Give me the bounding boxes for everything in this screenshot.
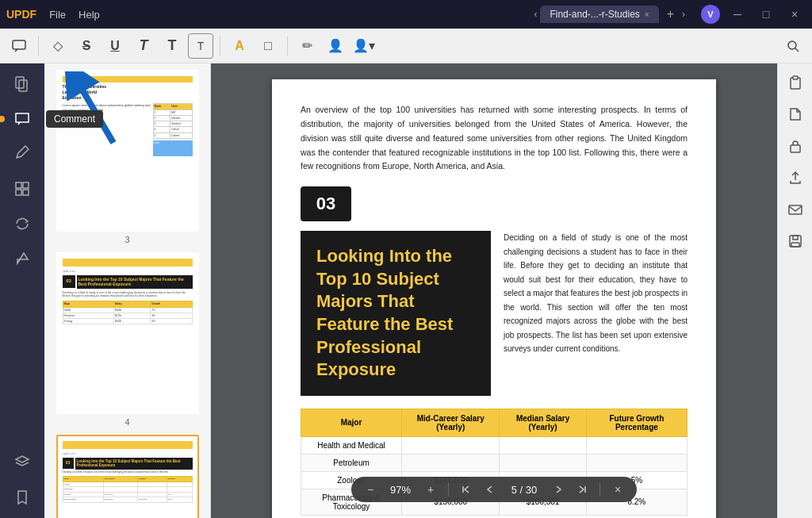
right-sidebar	[777, 63, 812, 518]
right-clipboard-icon[interactable]	[783, 70, 808, 95]
left-sidebar: Comment	[0, 63, 44, 518]
right-share-icon[interactable]	[783, 165, 808, 190]
main-layout: Comment	[0, 63, 812, 518]
page-info: 5 / 30	[504, 484, 544, 496]
table-cell-mid-1	[402, 454, 500, 471]
table-header-major: Major	[301, 409, 402, 436]
search-btn[interactable]	[780, 33, 806, 59]
tabs: ‹ Find-and-...-r-Studies × + ›	[534, 6, 685, 23]
zoom-out-btn[interactable]: −	[361, 480, 380, 499]
sidebar-layers-icon[interactable]	[8, 448, 36, 477]
help-menu[interactable]: Help	[79, 9, 100, 21]
thumb-img-3: The Global UniversitiesLeading the World…	[56, 70, 199, 232]
section-title-box: Looking Into the Top 10 Subject Majors T…	[301, 231, 491, 396]
svg-rect-16	[793, 236, 798, 240]
thumb-num-4: 4	[124, 417, 129, 427]
svg-rect-13	[791, 145, 800, 152]
text-italic-btn[interactable]: T	[131, 33, 156, 59]
new-tab-btn[interactable]: +	[662, 7, 679, 21]
table-cell-med-0	[500, 436, 586, 454]
title-bar: UPDF File Help ‹ Find-and-...-r-Studies …	[0, 0, 812, 29]
page-sep: /	[520, 484, 526, 496]
section-body: Deciding on a field of study is one of t…	[504, 231, 688, 396]
nav-prev-btn[interactable]	[481, 480, 500, 499]
svg-rect-0	[13, 40, 25, 49]
sidebar-fill-icon[interactable]	[8, 244, 36, 273]
svg-rect-5	[16, 182, 21, 188]
svg-rect-4	[19, 80, 27, 91]
table-cell-grw-0	[586, 436, 687, 454]
app-logo: UPDF	[6, 8, 36, 21]
sidebar-organize-icon[interactable]	[8, 175, 36, 203]
table-header-median: Median Salary (Yearly)	[500, 409, 586, 436]
thumbnail-5[interactable]: updf.com 03 Looking Into the Top 10 Subj…	[51, 435, 204, 518]
avatar: V	[701, 5, 720, 24]
intro-paragraph: An overview of the top 100 universities …	[301, 103, 688, 174]
bottom-sep-1	[448, 482, 449, 497]
active-tab[interactable]: Find-and-...-r-Studies ×	[540, 6, 658, 23]
text-plain-btn[interactable]: T	[159, 33, 185, 59]
current-page: 5	[511, 484, 517, 496]
thumb-3-content: The Global UniversitiesLeading the World…	[58, 71, 197, 230]
bottom-sep-2	[599, 482, 600, 497]
table-cell-mid-0	[402, 436, 500, 454]
tab-label: Find-and-...-r-Studies	[550, 9, 639, 20]
text-box-btn[interactable]: T	[188, 33, 213, 59]
svg-rect-17	[791, 243, 799, 247]
sidebar-convert-icon[interactable]	[8, 209, 36, 238]
highlight-btn[interactable]: A	[227, 33, 252, 59]
sidebar-pages-icon[interactable]	[8, 70, 36, 98]
minimize-btn[interactable]: ─	[726, 6, 749, 22]
maximize-btn[interactable]: □	[755, 6, 777, 22]
shapes-btn[interactable]: □	[255, 33, 281, 59]
svg-rect-14	[789, 205, 802, 214]
person-btn[interactable]: 👤	[323, 33, 348, 59]
strikethrough-btn[interactable]: S	[74, 33, 99, 59]
toolbar-sep-1	[38, 36, 39, 56]
thumbnail-panel: The Global UniversitiesLeading the World…	[44, 63, 211, 518]
table-header-growth: Future Growth Percentage	[586, 409, 687, 436]
zoom-in-btn[interactable]: +	[421, 480, 440, 499]
svg-line-2	[795, 48, 799, 52]
table-cell-med-1	[500, 454, 586, 471]
sidebar-edit-icon[interactable]	[8, 140, 36, 168]
sidebar-bookmark-icon[interactable]	[8, 483, 36, 512]
right-save-icon[interactable]	[783, 228, 808, 254]
toolbar-sep-3	[287, 36, 288, 56]
total-pages: 30	[526, 484, 537, 496]
window-controls: V ─ □ ×	[695, 5, 806, 24]
nav-next-btn[interactable]	[549, 480, 568, 499]
tab-close-btn[interactable]: ×	[645, 10, 649, 19]
sidebar-comment-icon[interactable]: Comment	[8, 105, 36, 133]
thumb-num-3: 3	[124, 235, 129, 244]
pdf-page: An overview of the top 100 universities …	[272, 79, 716, 518]
right-page-icon[interactable]	[783, 102, 808, 127]
nav-last-btn[interactable]	[573, 480, 592, 499]
thumb-img-5: updf.com 03 Looking Into the Top 10 Subj…	[56, 435, 199, 518]
thumb-4-content: updf.com 03 Looking Into the Top 10 Subj…	[58, 254, 197, 412]
table-row: Petroleum	[301, 454, 688, 471]
comment-tooltip: Comment	[46, 110, 103, 128]
right-mail-icon[interactable]	[783, 197, 808, 222]
bottom-bar: − 97% + 5 / 30 ×	[351, 477, 637, 502]
stamp-btn[interactable]: ◇	[45, 33, 71, 59]
pdf-area: An overview of the top 100 universities …	[211, 63, 777, 518]
svg-rect-6	[23, 182, 29, 188]
nav-first-btn[interactable]	[457, 480, 476, 499]
close-btn[interactable]: ×	[783, 6, 806, 22]
file-menu[interactable]: File	[49, 9, 66, 21]
underline-btn[interactable]: U	[102, 33, 128, 59]
close-nav-btn[interactable]: ×	[608, 480, 627, 499]
table-header-midcareer: Mid-Career Salary (Yearly)	[402, 409, 500, 436]
tab-scroll-right[interactable]: ›	[682, 9, 685, 20]
comment-tool-btn[interactable]	[6, 33, 32, 59]
pen-btn[interactable]: ✏	[294, 33, 320, 59]
thumbnail-3[interactable]: The Global UniversitiesLeading the World…	[51, 70, 204, 244]
more-btn[interactable]: 👤▾	[351, 33, 377, 59]
table-cell-major-1: Petroleum	[301, 454, 402, 471]
right-lock-icon[interactable]	[783, 133, 808, 159]
tab-scroll-left[interactable]: ‹	[534, 9, 537, 20]
table-cell-grw-1	[586, 454, 687, 471]
svg-rect-7	[16, 190, 21, 195]
thumbnail-4[interactable]: updf.com 03 Looking Into the Top 10 Subj…	[51, 252, 204, 427]
